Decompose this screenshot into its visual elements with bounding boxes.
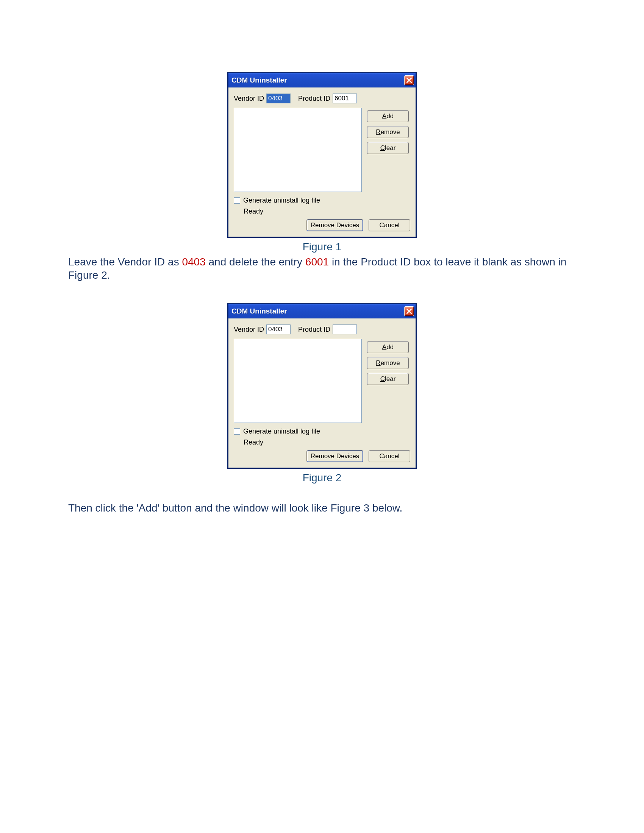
cdm-uninstaller-dialog-fig1: CDM Uninstaller Vendor ID Product ID Add… [227,72,417,238]
figure-1-caption: Figure 1 [68,241,576,253]
add-button[interactable]: Add [367,341,409,353]
cancel-button[interactable]: Cancel [369,450,410,462]
window-title: CDM Uninstaller [232,307,287,315]
generate-log-checkbox[interactable] [234,197,240,204]
document-page: CDM Uninstaller Vendor ID Product ID Add… [0,0,644,833]
product-id-label: Product ID [298,95,330,103]
vendor-id-input[interactable] [266,93,291,103]
status-text: Ready [243,439,410,446]
generate-log-checkbox[interactable] [234,428,240,435]
clear-button[interactable]: Clear [367,142,409,154]
cdm-uninstaller-dialog-fig2: CDM Uninstaller Vendor ID Product ID Add… [227,303,417,469]
generate-log-label: Generate uninstall log file [243,196,320,204]
status-text: Ready [243,207,410,215]
vendor-id-label: Vendor ID [234,95,264,103]
instruction-paragraph-1: Leave the Vendor ID as 0403 and delete t… [68,255,576,282]
vendor-id-label: Vendor ID [234,326,264,334]
titlebar: CDM Uninstaller [229,73,415,87]
figure-2-caption: Figure 2 [68,472,576,484]
remove-devices-button[interactable]: Remove Devices [306,219,363,232]
add-button[interactable]: Add [367,110,409,122]
product-id-input[interactable] [333,93,357,103]
window-title: CDM Uninstaller [232,76,287,84]
cancel-button[interactable]: Cancel [369,219,410,232]
remove-devices-button[interactable]: Remove Devices [306,450,363,462]
product-id-input[interactable] [333,325,357,334]
remove-button[interactable]: Remove [367,126,409,138]
clear-button[interactable]: Clear [367,373,409,385]
remove-button[interactable]: Remove [367,357,409,369]
instruction-paragraph-2: Then click the 'Add' button and the wind… [68,501,576,515]
device-listbox[interactable] [234,108,362,192]
close-icon[interactable] [404,306,414,316]
vendor-id-input[interactable] [266,325,291,334]
device-listbox[interactable] [234,339,362,423]
product-id-label: Product ID [298,326,330,334]
titlebar: CDM Uninstaller [229,304,415,318]
close-icon[interactable] [404,76,414,85]
generate-log-label: Generate uninstall log file [243,428,320,436]
